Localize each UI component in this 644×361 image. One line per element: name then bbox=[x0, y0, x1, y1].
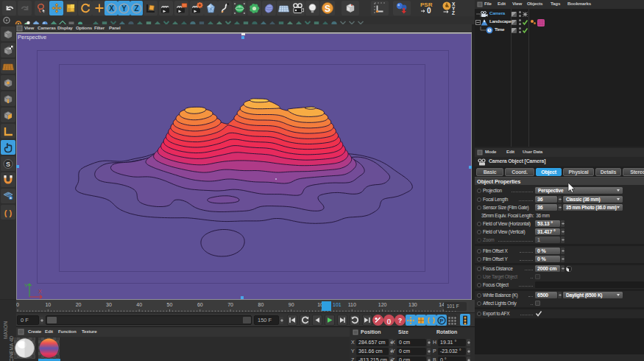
svg-text:80: 80 bbox=[258, 302, 264, 307]
svg-text:Perspective: Perspective bbox=[18, 34, 46, 41]
svg-text:P: P bbox=[439, 318, 444, 324]
svg-text:0: 0 bbox=[427, 7, 431, 15]
svg-text:X: X bbox=[109, 4, 114, 13]
svg-text:S: S bbox=[325, 4, 330, 14]
svg-text:( ): ( ) bbox=[4, 208, 13, 217]
svg-text:10: 10 bbox=[45, 302, 51, 307]
svg-text:60: 60 bbox=[197, 302, 203, 307]
svg-text:120: 120 bbox=[378, 302, 387, 307]
svg-text:110: 110 bbox=[348, 302, 356, 307]
svg-text:Z: Z bbox=[452, 10, 455, 15]
svg-text:101 F: 101 F bbox=[447, 304, 459, 309]
svg-text:Y: Y bbox=[24, 283, 28, 288]
svg-text:X: X bbox=[38, 289, 42, 294]
svg-text:Y: Y bbox=[121, 4, 127, 13]
svg-text:30: 30 bbox=[106, 302, 112, 307]
svg-text:101: 101 bbox=[333, 302, 342, 307]
svg-text:40: 40 bbox=[136, 302, 142, 307]
svg-text:S: S bbox=[6, 161, 10, 168]
svg-text:(): () bbox=[387, 318, 392, 324]
svg-text:20: 20 bbox=[76, 302, 82, 307]
svg-text:70: 70 bbox=[227, 302, 233, 307]
svg-text:50: 50 bbox=[167, 302, 173, 307]
svg-text:?: ? bbox=[398, 317, 402, 324]
svg-text:130: 130 bbox=[408, 302, 417, 307]
svg-text:0: 0 bbox=[16, 302, 19, 307]
svg-text:90: 90 bbox=[289, 302, 294, 307]
svg-text:Z: Z bbox=[134, 4, 138, 13]
